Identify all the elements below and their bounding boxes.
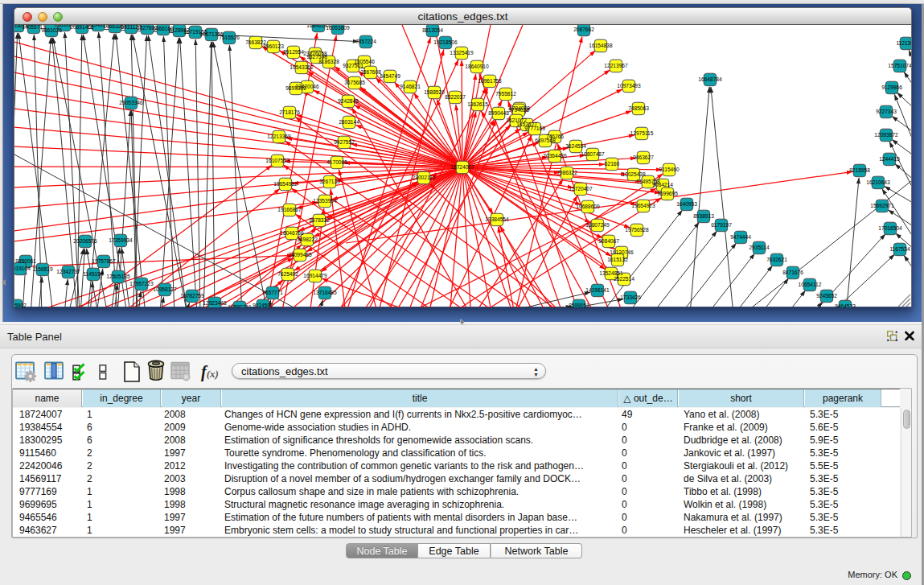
svg-text:12213967: 12213967 bbox=[604, 63, 628, 68]
svg-text:9135902: 9135902 bbox=[14, 303, 27, 307]
svg-text:16046766: 16046766 bbox=[280, 230, 304, 236]
svg-text:1244415: 1244415 bbox=[879, 156, 900, 162]
svg-text:7955812: 7955812 bbox=[495, 91, 516, 97]
svg-text:4170065: 4170065 bbox=[326, 159, 347, 165]
svg-text:16120746: 16120746 bbox=[610, 249, 634, 255]
svg-text:3675685: 3675685 bbox=[344, 80, 365, 85]
svg-text:17016504: 17016504 bbox=[878, 225, 902, 231]
svg-text:16154838: 16154838 bbox=[589, 43, 613, 48]
svg-text:2087662: 2087662 bbox=[573, 27, 594, 32]
svg-text:7857224: 7857224 bbox=[355, 39, 376, 44]
svg-text:8990448: 8990448 bbox=[488, 110, 509, 116]
svg-text:13716485: 13716485 bbox=[313, 290, 337, 295]
svg-text:1156819: 1156819 bbox=[32, 266, 53, 272]
svg-text:19654982: 19654982 bbox=[273, 181, 298, 187]
svg-text:10688609: 10688609 bbox=[576, 204, 600, 209]
svg-text:16782759: 16782759 bbox=[180, 293, 204, 299]
svg-text:3624554: 3624554 bbox=[565, 143, 586, 149]
svg-text:10958177: 10958177 bbox=[153, 286, 177, 292]
svg-text:12975115: 12975115 bbox=[630, 130, 654, 136]
svg-text:9129966: 9129966 bbox=[881, 84, 902, 90]
svg-text:9115460: 9115460 bbox=[659, 167, 680, 172]
svg-text:19757867: 19757867 bbox=[92, 258, 116, 264]
svg-text:8215958: 8215958 bbox=[849, 167, 870, 173]
svg-text:8599051: 8599051 bbox=[569, 303, 589, 307]
svg-text:18724007: 18724007 bbox=[450, 164, 474, 170]
svg-text:8960123: 8960123 bbox=[263, 43, 284, 49]
svg-text:1362615: 1362615 bbox=[467, 101, 488, 107]
svg-text:9850061: 9850061 bbox=[15, 258, 36, 264]
svg-text:29053346: 29053346 bbox=[119, 100, 143, 105]
svg-text:8322037: 8322037 bbox=[445, 94, 466, 100]
svg-text:20364436: 20364436 bbox=[543, 153, 567, 159]
svg-text:9146821: 9146821 bbox=[400, 84, 421, 89]
svg-text:19384554: 19384554 bbox=[485, 216, 509, 222]
svg-text:13353994: 13353994 bbox=[313, 198, 337, 204]
svg-text:18807249: 18807249 bbox=[585, 222, 610, 228]
svg-text:12923448: 12923448 bbox=[203, 300, 227, 306]
svg-text:2935114: 2935114 bbox=[749, 245, 770, 250]
svg-text:7632621: 7632621 bbox=[766, 257, 787, 262]
svg-text:7986322: 7986322 bbox=[556, 170, 577, 175]
svg-text:1305546: 1305546 bbox=[354, 59, 375, 64]
svg-text:9861036: 9861036 bbox=[41, 27, 62, 33]
svg-text:10807487: 10807487 bbox=[581, 151, 605, 157]
svg-text:12213369: 12213369 bbox=[267, 134, 291, 139]
svg-text:24099485: 24099485 bbox=[288, 252, 312, 257]
svg-text:3267130: 3267130 bbox=[319, 179, 340, 184]
svg-text:1121306: 1121306 bbox=[896, 40, 911, 46]
svg-text:1588520: 1588520 bbox=[424, 89, 445, 95]
svg-text:9657771: 9657771 bbox=[262, 290, 283, 295]
svg-text:9024502: 9024502 bbox=[253, 303, 273, 307]
svg-text:8813054: 8813054 bbox=[422, 27, 443, 33]
svg-text:16210643: 16210643 bbox=[866, 179, 890, 185]
svg-text:16053809: 16053809 bbox=[326, 25, 350, 31]
svg-text:18640910: 18640910 bbox=[465, 64, 489, 69]
svg-text:16648784: 16648784 bbox=[698, 76, 722, 82]
svg-text:17957223: 17957223 bbox=[129, 281, 154, 286]
svg-text:10590761: 10590761 bbox=[228, 304, 252, 307]
svg-text:12505135: 12505135 bbox=[106, 274, 130, 279]
svg-text:9474444: 9474444 bbox=[730, 234, 751, 240]
svg-text:7625402: 7625402 bbox=[277, 271, 298, 277]
svg-text:10025438: 10025438 bbox=[622, 171, 646, 177]
svg-text:12342737: 12342737 bbox=[56, 269, 80, 274]
svg-text:19654923: 19654923 bbox=[631, 203, 655, 208]
svg-text:19218506: 19218506 bbox=[433, 39, 458, 45]
svg-text:3878332: 3878332 bbox=[309, 217, 330, 223]
svg-text:2718176: 2718176 bbox=[279, 109, 300, 115]
svg-text:9464533: 9464533 bbox=[835, 303, 856, 307]
svg-text:6179197: 6179197 bbox=[711, 222, 732, 228]
svg-text:9084067: 9084067 bbox=[598, 238, 619, 244]
svg-text:9245652: 9245652 bbox=[816, 293, 837, 299]
svg-text:7515526: 7515526 bbox=[219, 35, 240, 40]
svg-text:9777169: 9777169 bbox=[524, 126, 545, 131]
svg-text:15751074: 15751074 bbox=[888, 63, 911, 68]
svg-text:9794028: 9794028 bbox=[508, 107, 529, 113]
svg-text:13524851: 13524851 bbox=[599, 270, 623, 276]
svg-text:9699695: 9699695 bbox=[657, 191, 678, 196]
svg-text:9084214: 9084214 bbox=[652, 182, 673, 187]
svg-text:1733426: 1733426 bbox=[620, 295, 641, 300]
svg-text:6497568: 6497568 bbox=[535, 138, 556, 143]
svg-text:8471676: 8471676 bbox=[782, 270, 803, 275]
svg-text:9463627: 9463627 bbox=[633, 154, 654, 160]
svg-text:3919104: 3919104 bbox=[14, 266, 31, 271]
svg-text:14196141: 14196141 bbox=[585, 287, 610, 293]
svg-text:10973493: 10973493 bbox=[617, 83, 641, 89]
svg-text:23002115: 23002115 bbox=[413, 175, 436, 180]
svg-text:9227343: 9227343 bbox=[876, 109, 897, 114]
svg-text:8912954: 8912954 bbox=[283, 49, 304, 55]
svg-text:8938913: 8938913 bbox=[693, 213, 714, 219]
svg-text:3498222: 3498222 bbox=[297, 237, 318, 242]
svg-text:2867608: 2867608 bbox=[360, 69, 381, 75]
svg-text:15720407: 15720407 bbox=[569, 186, 593, 192]
svg-text:12093872: 12093872 bbox=[874, 132, 898, 138]
svg-text:13325419: 13325419 bbox=[450, 50, 474, 56]
svg-text:9899302: 9899302 bbox=[285, 85, 306, 91]
svg-text:17359934: 17359934 bbox=[109, 237, 133, 243]
svg-text:9242845: 9242845 bbox=[338, 98, 359, 104]
svg-text:2803144: 2803144 bbox=[339, 119, 359, 125]
svg-text:15692971: 15692971 bbox=[870, 203, 894, 208]
svg-text:20206576: 20206576 bbox=[73, 238, 97, 244]
